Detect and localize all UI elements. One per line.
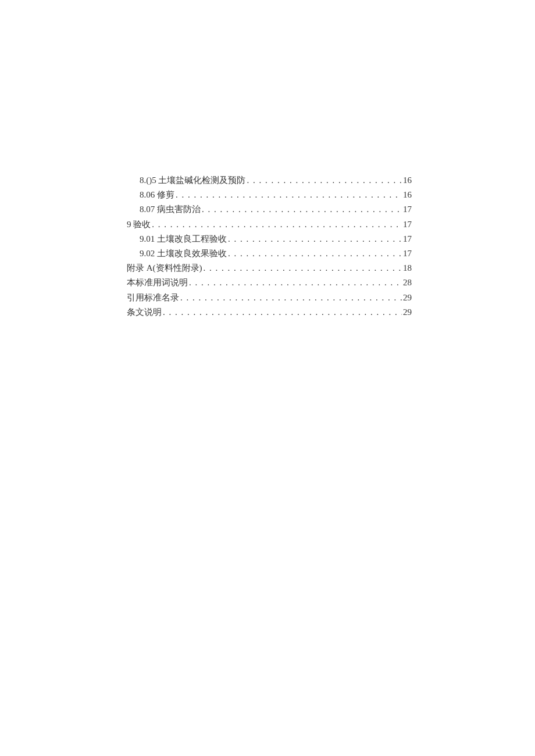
toc-leader-dots — [152, 217, 402, 232]
toc-entry: 本标准用词说明28 — [127, 275, 412, 290]
toc-entry-page: 16 — [403, 173, 412, 188]
toc-leader-dots — [163, 305, 402, 320]
toc-entry: 9.02 土壤改良效果验收17 — [127, 246, 412, 261]
document-page: 8.()5 土壤盐碱化检测及预防168.06 修剪168.07 病虫害防治179… — [0, 0, 535, 320]
toc-entry-page: 17 — [403, 217, 412, 232]
toc-leader-dots — [176, 188, 402, 202]
toc-entry: 8.07 病虫害防治17 — [127, 202, 412, 217]
toc-entry-label: 8.07 病虫害防治 — [140, 202, 201, 217]
toc-entry-label: 条文说明 — [127, 305, 162, 320]
toc-entry-label: 8.()5 土壤盐碱化检测及预防 — [140, 173, 246, 188]
table-of-contents: 8.()5 土壤盐碱化检测及预防168.06 修剪168.07 病虫害防治179… — [127, 173, 412, 320]
toc-entry-label: 9 验收 — [127, 217, 151, 232]
toc-entry-page: 29 — [403, 291, 412, 305]
toc-entry: 引用标准名录29 — [127, 291, 412, 305]
toc-leader-dots — [247, 173, 402, 188]
toc-entry-label: 附录 A(资料性附录) — [127, 261, 202, 275]
toc-entry-label: 9.01 土壤改良工程验收 — [140, 232, 227, 246]
toc-entry: 9.01 土壤改良工程验收17 — [127, 232, 412, 246]
toc-entry-page: 16 — [403, 188, 412, 202]
toc-entry-label: 8.06 修剪 — [140, 188, 174, 202]
toc-entry: 8.06 修剪16 — [127, 188, 412, 202]
toc-entry-page: 28 — [403, 275, 412, 290]
toc-leader-dots — [228, 232, 402, 246]
toc-entry-page: 17 — [403, 202, 412, 217]
toc-entry-label: 9.02 土壤改良效果验收 — [140, 246, 227, 261]
toc-leader-dots — [202, 202, 402, 217]
toc-entry-page: 17 — [403, 246, 412, 261]
toc-entry: 9 验收17 — [127, 217, 412, 232]
toc-entry-page: 18 — [403, 261, 412, 275]
toc-entry-label: 引用标准名录 — [127, 291, 179, 305]
toc-leader-dots — [204, 261, 402, 275]
toc-leader-dots — [189, 275, 402, 290]
toc-entry: 附录 A(资料性附录)18 — [127, 261, 412, 275]
toc-leader-dots — [180, 291, 402, 305]
toc-entry-page: 17 — [403, 232, 412, 246]
toc-entry: 8.()5 土壤盐碱化检测及预防16 — [127, 173, 412, 188]
toc-entry-label: 本标准用词说明 — [127, 275, 188, 290]
toc-entry-page: 29 — [403, 305, 412, 320]
toc-entry: 条文说明29 — [127, 305, 412, 320]
toc-leader-dots — [228, 246, 402, 261]
